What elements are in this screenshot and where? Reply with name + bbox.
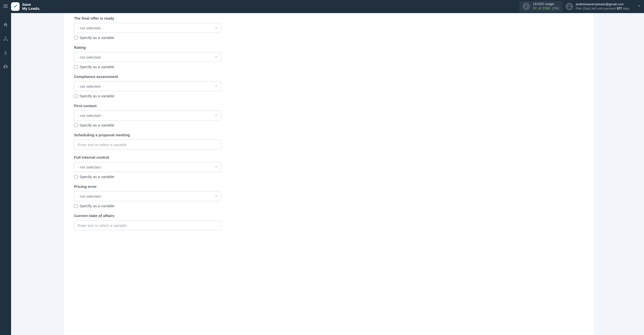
- chevron-down-icon: [637, 4, 641, 9]
- brand-logo[interactable]: Save My Leads.: [11, 2, 41, 11]
- checkbox-input[interactable]: [74, 65, 77, 69]
- leads-usage-text: LEADS usage: 57 of 2'000 (3%): [533, 2, 559, 11]
- leads-usage-box[interactable]: LEADS usage: 57 of 2'000 (3%): [519, 1, 562, 12]
- field-label: Rating: [74, 45, 221, 50]
- user-menu-caret[interactable]: [634, 0, 644, 13]
- svg-rect-8: [6, 40, 8, 41]
- select-first-contact[interactable]: - not selected -: [74, 110, 221, 120]
- chevron-down-icon: [214, 114, 218, 117]
- left-sidebar: [0, 13, 11, 335]
- svg-rect-0: [4, 5, 8, 5]
- select-compliance[interactable]: - not selected -: [74, 81, 221, 91]
- field-compliance: Compliance assessment - not selected - S…: [74, 74, 221, 98]
- field-final-offer: The final offer is ready - not selected …: [74, 16, 221, 40]
- sidebar-item-billing[interactable]: [0, 50, 11, 57]
- user-email: andrewsavemyleads@gmail.com: [576, 2, 629, 7]
- usage-label: LEADS usage:: [533, 2, 559, 6]
- brand-check-icon: [11, 2, 20, 11]
- svg-rect-6: [5, 37, 6, 38]
- form-card: The final offer is ready - not selected …: [64, 13, 594, 335]
- sidebar-item-account[interactable]: [0, 64, 11, 71]
- specify-variable-checkbox[interactable]: Specify as a variable: [74, 175, 221, 179]
- chevron-down-icon: [214, 85, 218, 88]
- field-pricing-error: Pricing error - not selected - Specify a…: [74, 184, 221, 208]
- text-input[interactable]: [78, 221, 211, 230]
- checkbox-input[interactable]: [74, 204, 77, 208]
- select-pricing-error[interactable]: - not selected -: [74, 191, 221, 201]
- svg-rect-2: [4, 7, 8, 8]
- brand-line2: My Leads.: [22, 7, 41, 11]
- checkbox-input[interactable]: [74, 36, 77, 39]
- checkbox-input[interactable]: [74, 123, 77, 127]
- svg-rect-4: [526, 6, 527, 8]
- select-value: - not selected -: [78, 113, 211, 118]
- specify-variable-checkbox[interactable]: Specify as a variable: [74, 94, 221, 98]
- field-label: Current state of affairs: [74, 214, 221, 218]
- field-current-state: Current state of affairs: [74, 214, 221, 230]
- top-header: Save My Leads. LEADS usage: 57 of 2'000 …: [0, 0, 644, 13]
- specify-variable-checkbox[interactable]: Specify as a variable: [74, 123, 221, 127]
- checkbox-label: Specify as a variable: [79, 35, 114, 40]
- usage-value: 57 of 2'000 (3%): [533, 6, 559, 11]
- text-input[interactable]: [78, 140, 211, 149]
- field-label: Pricing error: [74, 184, 221, 189]
- svg-point-5: [569, 5, 570, 7]
- chevron-down-icon: [214, 26, 218, 30]
- select-value: - not selected -: [78, 194, 211, 198]
- user-avatar-icon: [566, 3, 573, 10]
- field-label: The final offer is ready: [74, 16, 221, 20]
- svg-point-10: [5, 66, 6, 67]
- checkbox-label: Specify as a variable: [79, 204, 114, 208]
- select-rating[interactable]: - not selected -: [74, 52, 221, 62]
- field-scheduling-meeting: Scheduling a proposal meeting: [74, 133, 221, 150]
- specify-variable-checkbox[interactable]: Specify as a variable: [74, 35, 221, 40]
- menu-toggle-button[interactable]: [0, 0, 11, 13]
- user-circle-icon: [3, 64, 8, 70]
- chevron-down-icon: [214, 55, 218, 59]
- select-value: - not selected -: [78, 26, 211, 30]
- specify-variable-checkbox[interactable]: Specify as a variable: [74, 65, 221, 69]
- sidebar-item-connections[interactable]: [0, 36, 11, 43]
- field-rating: Rating - not selected - Specify as a var…: [74, 45, 221, 69]
- svg-rect-7: [4, 40, 5, 41]
- user-plan: Plan |Start| left until payment 377 days: [576, 7, 629, 11]
- checkbox-input[interactable]: [74, 175, 77, 179]
- brand-line1: Save: [22, 3, 41, 7]
- checkbox-label: Specify as a variable: [79, 94, 114, 98]
- field-first-contact: First contact - not selected - Specify a…: [74, 104, 221, 127]
- select-value: - not selected -: [78, 84, 211, 89]
- page-scroll[interactable]: The final offer is ready - not selected …: [11, 13, 644, 335]
- user-menu[interactable]: andrewsavemyleads@gmail.com Plan |Start|…: [566, 2, 634, 11]
- checkbox-input[interactable]: [74, 94, 77, 98]
- chevron-down-icon: [214, 194, 218, 198]
- dollar-icon: [3, 50, 8, 56]
- brand-text: Save My Leads.: [22, 3, 41, 11]
- specify-variable-checkbox[interactable]: Specify as a variable: [74, 204, 221, 208]
- sidebar-item-home[interactable]: [0, 22, 11, 29]
- chevron-down-icon: [214, 165, 218, 169]
- checkbox-label: Specify as a variable: [79, 123, 114, 127]
- field-label: First contact: [74, 104, 221, 108]
- field-label: Compliance assessment: [74, 74, 221, 79]
- field-label: Full internal control: [74, 155, 221, 159]
- user-text: andrewsavemyleads@gmail.com Plan |Start|…: [576, 2, 629, 11]
- hamburger-icon: [3, 4, 8, 10]
- home-icon: [3, 22, 8, 28]
- input-scheduling-meeting[interactable]: [74, 140, 221, 150]
- checkbox-label: Specify as a variable: [79, 65, 114, 69]
- field-full-internal-control: Full internal control - not selected - S…: [74, 155, 221, 179]
- svg-point-3: [526, 5, 527, 6]
- info-icon: [522, 3, 530, 10]
- checkbox-label: Specify as a variable: [79, 175, 114, 179]
- field-label: Scheduling a proposal meeting: [74, 133, 221, 137]
- input-current-state[interactable]: [74, 220, 221, 230]
- sitemap-icon: [3, 36, 8, 42]
- select-value: - not selected -: [78, 55, 211, 59]
- select-full-internal-control[interactable]: - not selected -: [74, 162, 221, 172]
- select-final-offer[interactable]: - not selected -: [74, 23, 221, 33]
- select-value: - not selected -: [78, 165, 211, 169]
- svg-rect-1: [4, 6, 8, 6]
